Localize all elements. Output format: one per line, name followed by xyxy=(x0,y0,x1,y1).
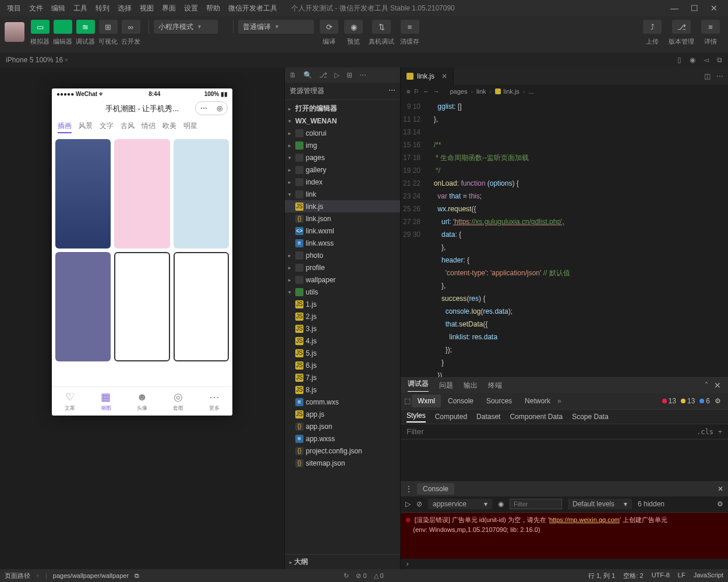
toolbar-button[interactable]: ⊞可视化 xyxy=(98,20,118,46)
category-tab[interactable]: 插画 xyxy=(58,121,72,133)
maximize-button[interactable]: ☐ xyxy=(688,3,700,13)
close-panel-icon[interactable]: ✕ xyxy=(714,381,721,390)
file-item[interactable]: JS1.js xyxy=(285,298,400,310)
files-icon[interactable]: 🗎 xyxy=(289,71,296,79)
category-tab[interactable]: 古风 xyxy=(121,121,135,133)
user-avatar[interactable] xyxy=(5,22,24,42)
console-label[interactable]: Console xyxy=(417,483,454,495)
folder-item[interactable]: ▸colorui xyxy=(285,127,400,139)
console-settings-icon[interactable]: ⚙ xyxy=(717,500,723,508)
ext-icon[interactable]: ⊞ xyxy=(347,71,352,79)
menu-item[interactable]: 编辑 xyxy=(48,2,69,15)
hidden-count[interactable]: 6 hidden xyxy=(638,500,665,508)
context-dropdown[interactable]: appservice▾ xyxy=(428,499,492,509)
branch-icon[interactable]: ⎇ xyxy=(319,71,327,79)
devtools-tab[interactable]: Network xyxy=(519,395,556,407)
devtools-tab[interactable]: Sources xyxy=(480,395,518,407)
console-toggle-icon[interactable]: ▷ xyxy=(405,500,411,508)
file-item[interactable]: {}app.json xyxy=(285,420,400,432)
menu-item[interactable]: 帮助 xyxy=(203,2,224,15)
folder-item[interactable]: ▸wallpaper xyxy=(285,274,400,286)
grid-item[interactable] xyxy=(114,252,169,361)
project-root[interactable]: ▾WX_WENAN xyxy=(285,115,400,127)
file-item[interactable]: JSapp.js xyxy=(285,408,400,420)
status-item[interactable]: 行 1, 列 1 xyxy=(588,572,615,580)
menu-item[interactable]: 视图 xyxy=(136,2,157,15)
toolbar-button[interactable]: ≡清缓存 xyxy=(400,20,419,46)
menu-item[interactable]: 微信开发者工具 xyxy=(225,2,281,15)
file-item[interactable]: {}sitemap.json xyxy=(285,457,400,469)
menu-item[interactable]: 选择 xyxy=(114,2,135,15)
nav-item[interactable]: ♡文案 xyxy=(65,391,75,412)
editor-tab[interactable]: link.js ✕ xyxy=(401,68,454,85)
add-style-icon[interactable]: + xyxy=(718,428,722,436)
overflow-icon[interactable]: » xyxy=(557,397,561,405)
file-item[interactable]: JS3.js xyxy=(285,322,400,335)
toolbar-button[interactable]: ⟳编译 xyxy=(320,20,338,46)
category-tab[interactable]: 欧美 xyxy=(162,121,176,133)
compile-mode-dropdown[interactable]: 小程序模式▼ xyxy=(154,20,218,34)
folder-item[interactable]: ▸profile xyxy=(285,261,400,274)
error-link[interactable]: https://mp.weixin.qq.com xyxy=(549,516,620,523)
bc-icon[interactable]: ≡ xyxy=(407,88,410,95)
close-console-icon[interactable]: ✕ xyxy=(718,485,723,493)
record-icon[interactable]: ◉ xyxy=(690,56,695,64)
console-prompt[interactable]: › xyxy=(401,559,728,569)
explorer-more-icon[interactable]: ⋯ xyxy=(388,86,395,96)
back-icon[interactable]: ← xyxy=(423,88,429,95)
category-tab[interactable]: 文字 xyxy=(100,121,114,133)
folder-item[interactable]: ▸index xyxy=(285,176,400,188)
category-tab[interactable]: 情侣 xyxy=(142,121,156,133)
error-count[interactable]: 13 xyxy=(662,397,676,405)
devtools-tab[interactable]: Wxml xyxy=(412,395,441,407)
folder-item[interactable]: ▾pages xyxy=(285,151,400,164)
menu-item[interactable]: 设置 xyxy=(181,2,202,15)
split-icon[interactable]: ◫ xyxy=(704,72,711,80)
styles-tab[interactable]: Computed xyxy=(435,413,467,421)
toolbar-button[interactable]: ⎇版本管理 xyxy=(669,20,694,46)
file-item[interactable]: JS8.js xyxy=(285,384,400,396)
toolbar-button[interactable]: ▭模拟器 xyxy=(30,20,50,46)
toolbar-button[interactable]: ◉预览 xyxy=(344,20,363,46)
levels-dropdown[interactable]: Default levels▾ xyxy=(568,499,632,509)
dbg-tab[interactable]: 问题 xyxy=(439,381,453,391)
bookmark-icon[interactable]: ⚐ xyxy=(414,88,419,95)
file-item[interactable]: JS7.js xyxy=(285,371,400,384)
folder-item[interactable]: ▸gallery xyxy=(285,164,400,176)
toolbar-button[interactable]: ∞云开发 xyxy=(121,20,140,46)
file-item[interactable]: ≡app.wxss xyxy=(285,432,400,445)
minimize-button[interactable]: — xyxy=(669,3,680,13)
copy-path-icon[interactable]: ⧉ xyxy=(135,572,139,580)
mute-icon[interactable]: ◅ xyxy=(704,56,709,64)
grid-item[interactable] xyxy=(55,139,111,249)
toolbar-button[interactable]: ⤴上传 xyxy=(643,20,662,46)
file-item[interactable]: ≡link.wxss xyxy=(285,237,400,249)
console-menu-icon[interactable]: ⋮ xyxy=(405,485,412,493)
route-path[interactable]: pages/wallpaper/wallpaper xyxy=(53,572,129,579)
warning-status[interactable]: △ 0 xyxy=(374,572,384,580)
toolbar-button[interactable]: ⇅真机调试 xyxy=(369,20,394,46)
folder-item[interactable]: ▸photo xyxy=(285,249,400,261)
folder-item[interactable]: ▸img xyxy=(285,139,400,151)
more-icon[interactable]: ⋯ xyxy=(359,71,366,79)
styles-tab[interactable]: Component Data xyxy=(510,413,563,421)
devtools-tab[interactable]: Console xyxy=(442,395,479,407)
toolbar-button[interactable]: 编辑器 xyxy=(53,20,72,46)
nav-item[interactable]: ⋯更多 xyxy=(209,391,220,412)
search-icon[interactable]: 🔍 xyxy=(303,71,312,79)
file-item[interactable]: JSlink.js xyxy=(285,200,400,212)
styles-tab[interactable]: Scope Data xyxy=(572,413,609,421)
dbg-tab[interactable]: 输出 xyxy=(464,381,478,391)
styles-tab[interactable]: Styles xyxy=(407,411,426,423)
clear-console-icon[interactable]: ⊘ xyxy=(416,500,422,508)
info-count[interactable]: 6 xyxy=(699,397,710,405)
eye-icon[interactable]: ◉ xyxy=(498,500,504,508)
more-icon[interactable]: ⋯ xyxy=(716,72,723,80)
error-status[interactable]: ⊘ 0 xyxy=(356,572,366,580)
close-button[interactable]: ✕ xyxy=(708,3,720,13)
grid-item[interactable] xyxy=(174,252,229,361)
nav-item[interactable]: ☻头像 xyxy=(136,391,147,412)
refresh-icon[interactable]: ↻ xyxy=(344,572,349,580)
file-item[interactable]: {}project.config.json xyxy=(285,445,400,457)
category-tab[interactable]: 风景 xyxy=(79,121,93,133)
